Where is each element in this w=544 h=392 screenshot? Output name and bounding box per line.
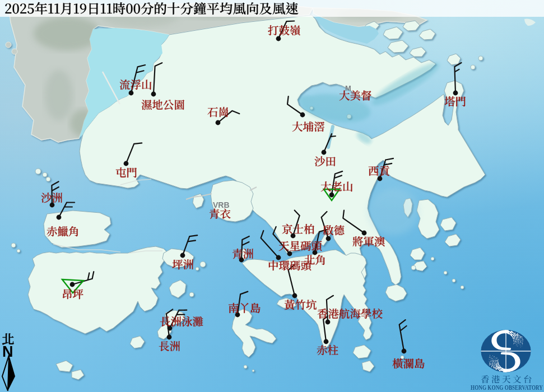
svg-text:HONG KONG OBSERVATORY: HONG KONG OBSERVATORY — [471, 384, 543, 391]
svg-text:M: M — [345, 84, 351, 92]
svg-text:VRB: VRB — [213, 200, 230, 209]
